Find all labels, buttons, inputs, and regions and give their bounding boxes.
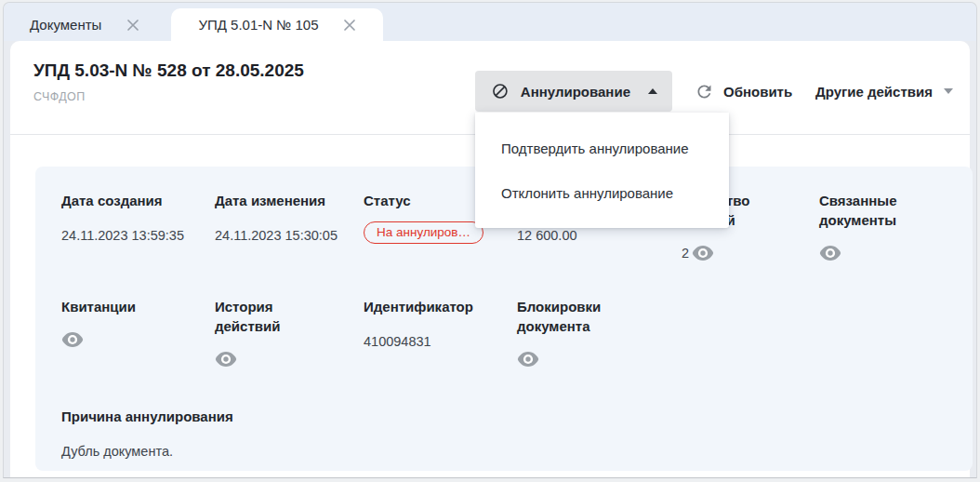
more-actions-label: Другие действия <box>815 84 933 100</box>
field-identifier: Идентификатор 410094831 <box>364 297 494 351</box>
field-modified-date: Дата изменения 24.11.2023 15:30:05 <box>215 191 345 245</box>
field-related-docs: Связанные документы <box>819 191 931 261</box>
field-label: Квитанции <box>61 297 192 316</box>
field-status: Статус На аннулиров… <box>364 191 494 244</box>
tab-documents-label: Документы <box>30 17 101 33</box>
tab-documents[interactable]: Документы <box>4 8 156 41</box>
field-value: 24.11.2023 13:59:35 <box>61 227 192 245</box>
status-badge: На аннулиров… <box>364 221 483 244</box>
field-label: Дата изменения <box>215 191 345 210</box>
refresh-button-label: Обновить <box>723 84 792 100</box>
app-window: Документы УПД 5.01-N № 105 УПД 5.03-N № … <box>3 2 977 478</box>
field-label: Статус <box>364 191 494 210</box>
field-label: История действий <box>215 297 319 336</box>
eye-icon[interactable] <box>819 245 841 261</box>
field-value: 12 600.00 <box>517 227 647 245</box>
tab-upd-document[interactable]: УПД 5.01-N № 105 <box>171 8 383 41</box>
annul-button[interactable]: Аннулирование <box>475 71 672 112</box>
field-creation-date: Дата создания 24.11.2023 13:59:35 <box>61 191 192 245</box>
tab-bar: Документы УПД 5.01-N № 105 <box>4 3 976 41</box>
refresh-icon <box>695 82 714 101</box>
menu-item-confirm-annulment[interactable]: Подтвердить аннулирование <box>475 126 729 170</box>
signatures-count: 2 <box>682 246 689 261</box>
eye-icon[interactable] <box>215 351 237 368</box>
field-receipts: Квитанции <box>61 297 192 348</box>
field-label: Связанные документы <box>819 191 931 230</box>
tab-upd-label: УПД 5.01-N № 105 <box>198 17 318 33</box>
eye-icon[interactable] <box>692 245 714 261</box>
annul-menu: Подтвердить аннулирование Отклонить анну… <box>475 113 729 228</box>
caret-up-icon <box>648 88 657 94</box>
field-action-history: История действий <box>215 297 319 368</box>
menu-item-decline-annulment[interactable]: Отклонить аннулирование <box>475 170 729 215</box>
block-icon <box>492 81 509 101</box>
field-label: Причина аннулирования <box>61 407 233 426</box>
field-value: 24.11.2023 15:30:05 <box>215 227 345 245</box>
field-value: Дубль документа. <box>61 443 233 461</box>
eye-icon[interactable] <box>517 351 539 368</box>
doc-type-label: СЧФДОП <box>33 90 86 103</box>
close-icon[interactable] <box>126 19 139 32</box>
caret-down-icon <box>944 88 953 94</box>
annul-button-label: Аннулирование <box>521 84 630 100</box>
field-label: Дата создания <box>61 191 192 210</box>
more-actions-button[interactable]: Другие действия <box>815 71 953 112</box>
close-icon[interactable] <box>343 19 356 32</box>
page-title: УПД 5.03-N № 528 от 28.05.2025 <box>33 60 304 81</box>
field-document-locks: Блокировки документа <box>517 297 621 368</box>
document-view: УПД 5.03-N № 528 от 28.05.2025 СЧФДОП Ан… <box>10 41 970 477</box>
field-annul-reason: Причина аннулирования Дубль документа. <box>61 407 233 461</box>
field-label: Идентификатор <box>364 297 494 316</box>
eye-icon[interactable] <box>61 331 84 348</box>
field-label: Блокировки документа <box>517 297 621 336</box>
field-value: 410094831 <box>364 333 494 351</box>
refresh-button[interactable]: Обновить <box>695 71 792 112</box>
